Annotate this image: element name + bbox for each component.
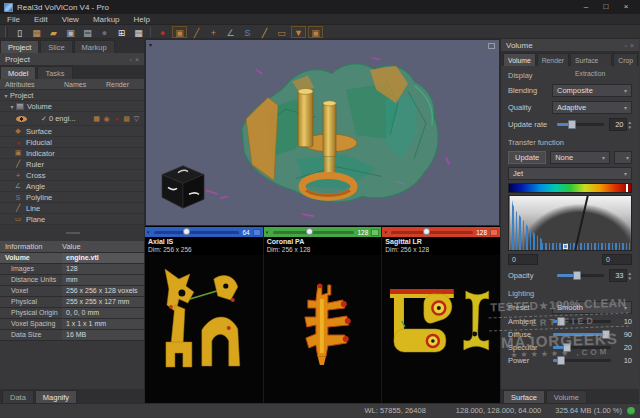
tree-row-plane[interactable]: ▭Plane [0, 214, 144, 225]
dock-icon[interactable]: ▫ [129, 56, 131, 63]
ruler-icon[interactable]: ╱ [189, 26, 204, 38]
slider-handle[interactable] [557, 317, 565, 326]
triangle-icon[interactable]: ▽ [132, 114, 141, 123]
axial-slice-image[interactable] [145, 255, 263, 403]
colormap-dropdown[interactable]: Jet [508, 167, 632, 180]
indicator-icon[interactable]: ▣ [172, 26, 187, 38]
cross-icon[interactable]: + [206, 26, 221, 38]
colormap-gradient-bar[interactable] [508, 183, 632, 193]
tree-row-cross[interactable]: +Cross [0, 170, 144, 181]
tree-row-volume[interactable]: ▾ Volume [0, 101, 144, 112]
viewport-menu-icon[interactable]: ▾ [149, 41, 152, 48]
open-folder-icon[interactable]: ▰ [46, 26, 61, 38]
tree-row-surface[interactable]: ◆Surface [0, 126, 144, 137]
frame-icon[interactable]: ▣ [308, 26, 323, 38]
coronal-slice-slider[interactable] [273, 231, 355, 234]
tab-data[interactable]: Data [2, 390, 34, 403]
transfer-preset-dropdown[interactable]: None [550, 151, 610, 164]
update-rate-slider[interactable] [557, 123, 604, 126]
collapse-icon[interactable]: ▾ [8, 103, 16, 110]
tree-row-volume-item[interactable]: ✓ 0 engi... ▦ ◉ ● ▩ ▽ [0, 112, 144, 126]
blending-dropdown[interactable]: Composite [552, 84, 632, 97]
angle-icon[interactable]: ∠ [223, 26, 238, 38]
layout-quad-icon[interactable]: ⊞ [114, 26, 129, 38]
save-all-icon[interactable]: ▤ [80, 26, 95, 38]
new-file-icon[interactable]: ▯ [12, 26, 27, 38]
chevron-down-icon[interactable]: ▾ [266, 229, 273, 235]
close-button[interactable]: × [616, 0, 636, 14]
menu-markup[interactable]: Markup [86, 14, 127, 25]
tab-model[interactable]: Model [0, 66, 36, 79]
slider-handle[interactable] [602, 330, 610, 339]
tab-project[interactable]: Project [0, 40, 39, 53]
tab-surface-extraction[interactable]: Surface Extraction [570, 53, 612, 66]
spinner-arrows[interactable]: ▲▼ [628, 120, 632, 130]
panel-splitter[interactable] [0, 225, 144, 241]
lighting-preset-dropdown[interactable]: Smooth [552, 301, 632, 314]
sagittal-slice-image[interactable] [382, 255, 500, 403]
tree-row-fiducial[interactable]: ●Fiducial [0, 137, 144, 148]
slider-handle[interactable] [568, 120, 576, 129]
tree-row-angle[interactable]: ∠Angle [0, 181, 144, 192]
visibility-eye-icon[interactable] [16, 116, 27, 122]
gradient-marker[interactable] [626, 184, 628, 192]
tree-row-polyline[interactable]: SPolyline [0, 192, 144, 203]
specular-slider[interactable] [553, 346, 611, 349]
ambient-slider[interactable] [553, 320, 611, 323]
range-min-field[interactable]: 0 [508, 254, 538, 265]
dock-icon[interactable]: ▫ [624, 42, 626, 49]
close-panel-icon[interactable]: × [135, 56, 139, 63]
diffuse-slider[interactable] [553, 333, 611, 336]
tab-render[interactable]: Render [537, 53, 569, 66]
menu-view[interactable]: View [55, 14, 86, 25]
slider-handle[interactable] [557, 356, 565, 365]
tab-slice[interactable]: Slice [40, 40, 72, 53]
sagittal-maximize-button[interactable] [490, 229, 498, 236]
range-max-field[interactable]: 0 [602, 254, 632, 265]
tree-row-indicator[interactable]: ▣Indicator [0, 148, 144, 159]
render-3d-viewport[interactable]: ▾ [145, 39, 500, 226]
power-slider[interactable] [553, 359, 611, 362]
slider-handle[interactable] [183, 228, 190, 235]
line-icon[interactable]: ╱ [257, 26, 272, 38]
menu-file[interactable]: File [0, 14, 27, 25]
quality-dropdown[interactable]: Adaptive [552, 101, 632, 114]
slider-handle[interactable] [306, 228, 313, 235]
transfer-extra-dropdown[interactable] [614, 151, 632, 164]
slider-handle[interactable] [573, 271, 581, 280]
sphere-icon[interactable]: ● [97, 26, 112, 38]
close-panel-icon[interactable]: × [630, 42, 634, 49]
tab-volume[interactable]: Volume [503, 53, 536, 66]
circle-icon[interactable]: ◉ [102, 114, 111, 123]
tab-tasks[interactable]: Tasks [37, 66, 72, 79]
save-icon[interactable]: ▣ [63, 26, 78, 38]
tab-magnify[interactable]: Magnify [35, 390, 77, 403]
chevron-down-icon[interactable]: ▾ [147, 229, 154, 235]
opacity-value[interactable]: 33 [609, 269, 627, 282]
axial-slice-slider[interactable] [154, 231, 239, 234]
viewport-maximize-icon[interactable] [488, 43, 495, 49]
transfer-function-histogram[interactable] [508, 195, 632, 251]
spinner-arrows[interactable]: ▲▼ [628, 271, 632, 281]
dot-icon[interactable]: ● [112, 114, 121, 123]
slider-handle[interactable] [423, 228, 430, 235]
update-button[interactable]: Update [508, 151, 546, 164]
minimize-button[interactable]: – [576, 0, 596, 14]
tree-row-line[interactable]: ╱Line [0, 203, 144, 214]
box-icon[interactable]: ▦ [92, 114, 101, 123]
coronal-slice-image[interactable] [264, 255, 382, 403]
maximize-button[interactable]: □ [596, 0, 616, 14]
grid-icon[interactable]: ▦ [131, 26, 146, 38]
polyline-icon[interactable]: S [240, 26, 255, 38]
collapse-icon[interactable]: ▾ [2, 92, 10, 99]
tab-surface[interactable]: Surface [503, 390, 545, 403]
curve-control-point[interactable] [563, 244, 568, 249]
pin-icon[interactable]: ▼ [291, 26, 306, 38]
menu-edit[interactable]: Edit [27, 14, 55, 25]
plane-icon[interactable]: ▭ [274, 26, 289, 38]
mesh-icon[interactable]: ▩ [122, 114, 131, 123]
chevron-down-icon[interactable]: ▾ [384, 229, 391, 235]
tab-volume-bottom[interactable]: Volume [546, 390, 587, 403]
sagittal-slice-slider[interactable] [391, 231, 473, 234]
tab-markup[interactable]: Markup [74, 40, 115, 53]
